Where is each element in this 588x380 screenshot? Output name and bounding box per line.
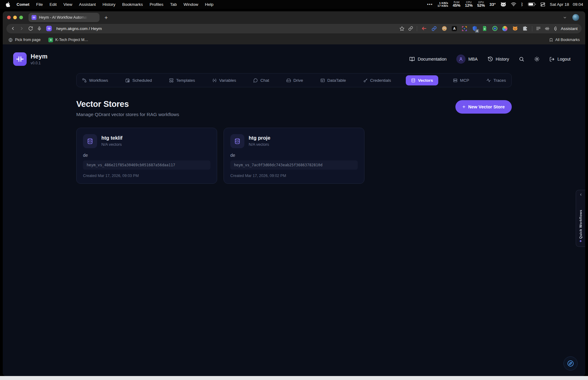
- store-vector-count: N/A vectors: [101, 142, 123, 147]
- browser-tab[interactable]: Heym - AI Workflow Automat: [28, 13, 100, 22]
- back-icon[interactable]: [10, 26, 15, 31]
- store-created: Created Mar 17, 2026, 09:02 PM: [230, 174, 358, 178]
- shield-badge: 4: [475, 29, 479, 33]
- bluetooth-icon[interactable]: ᛒ: [521, 2, 523, 7]
- more-status-icon[interactable]: •••: [427, 2, 433, 6]
- app-header: Heym v0.0.1 Documentation MBA Histo: [3, 44, 585, 66]
- ext-green-doc-icon[interactable]: [481, 25, 488, 32]
- chevron-left-icon[interactable]: [579, 193, 582, 196]
- ram-meter[interactable]: RAM 45%: [453, 1, 460, 8]
- quick-workflows-panel[interactable]: Quick Workflows ✦: [576, 190, 585, 247]
- browser-window: Heym - AI Workflow Automat +: [3, 11, 585, 376]
- tab-search-chevron-icon[interactable]: [563, 16, 567, 20]
- store-id[interactable]: heym_vs_7ac0f3d60dc743eab25f36863782810d: [230, 160, 358, 170]
- menu-assistant[interactable]: Assistant: [76, 2, 99, 7]
- menu-help[interactable]: Help: [202, 2, 217, 7]
- sparkles-icon: ✦: [579, 239, 582, 243]
- ext-orange-cat-icon[interactable]: [512, 25, 518, 32]
- control-center-icon[interactable]: [541, 2, 545, 7]
- browser-toolbar: heym.akgns.com / Heym: [3, 24, 585, 35]
- ext-dark-reader-icon[interactable]: A: [451, 25, 458, 32]
- menu-bookmarks[interactable]: Bookmarks: [119, 2, 146, 7]
- ext-shield-icon[interactable]: 4: [471, 25, 478, 32]
- ext-green-ring-icon[interactable]: [492, 25, 498, 32]
- tab-credentials[interactable]: Credentials: [361, 75, 394, 85]
- tab-drive[interactable]: Drive: [284, 75, 306, 85]
- menu-file[interactable]: File: [33, 2, 46, 7]
- menubar-clock[interactable]: Sat Apr 18 09:04: [550, 2, 583, 7]
- tab-traces[interactable]: Traces: [484, 75, 508, 85]
- ext-puzzle-icon[interactable]: [522, 25, 528, 32]
- store-description: de: [83, 153, 210, 158]
- tab-workflows[interactable]: Workflows: [80, 75, 111, 85]
- theme-toggle-icon[interactable]: [534, 56, 540, 62]
- menu-history[interactable]: History: [99, 2, 119, 7]
- menu-edit[interactable]: Edit: [46, 2, 60, 7]
- url-text[interactable]: heym.akgns.com / Heym: [56, 26, 102, 31]
- logout-button[interactable]: Logout: [549, 57, 571, 62]
- tab-variables[interactable]: Variables: [210, 75, 239, 85]
- bookmark-ktech[interactable]: + K-Tech Project M…: [48, 38, 88, 42]
- tab-mcp[interactable]: MCP: [450, 75, 472, 85]
- reload-icon[interactable]: [28, 26, 33, 31]
- profile-avatar[interactable]: [572, 14, 579, 21]
- new-vector-store-button[interactable]: + New Vector Store: [455, 100, 512, 114]
- macos-menubar: Comet File Edit View Assistant History B…: [0, 0, 588, 9]
- vector-store-card[interactable]: htg proje N/A vectors de heym_vs_7ac0f3d…: [224, 128, 364, 184]
- tab-scheduled[interactable]: Scheduled: [123, 75, 154, 85]
- history-link[interactable]: History: [488, 56, 509, 62]
- menu-window[interactable]: Window: [180, 2, 202, 7]
- apple-menu-icon[interactable]: [5, 2, 13, 7]
- sheet-icon: +: [48, 38, 53, 42]
- close-window-button[interactable]: [7, 16, 11, 19]
- new-tab-button[interactable]: +: [104, 15, 108, 21]
- zoom-window-button[interactable]: [19, 16, 23, 19]
- user-menu[interactable]: MBA: [456, 55, 477, 64]
- ext-monkey-icon[interactable]: [441, 25, 447, 32]
- vector-store-card[interactable]: htg teklif N/A vectors de heym_vs_486e21…: [76, 128, 217, 184]
- menu-tab[interactable]: Tab: [167, 2, 180, 7]
- menu-profiles[interactable]: Profiles: [146, 2, 167, 7]
- network-speed[interactable]: 1 KB/s 17 KB/s: [437, 2, 448, 8]
- forward-icon[interactable]: [19, 26, 24, 31]
- ext-screenshot-icon[interactable]: [461, 25, 468, 32]
- bookmark-pick-from-page[interactable]: Pick from page: [8, 38, 40, 42]
- brand: Heym v0.0.1: [13, 52, 47, 66]
- minimize-window-button[interactable]: [13, 16, 17, 19]
- cat-app-icon[interactable]: [500, 2, 506, 7]
- search-icon[interactable]: [519, 56, 524, 62]
- menu-view[interactable]: View: [60, 2, 76, 7]
- ext-color-palette-icon[interactable]: [502, 25, 508, 32]
- battery-icon[interactable]: [528, 2, 536, 6]
- all-bookmarks-button[interactable]: All Bookmarks: [549, 38, 580, 42]
- desktop-background: [0, 376, 588, 380]
- bookmark-star-icon[interactable]: [399, 26, 405, 31]
- store-id[interactable]: heym_vs_486e21f85a30469cb051687a56daa117: [83, 160, 210, 170]
- tab-chat[interactable]: Chat: [251, 75, 272, 85]
- assistant-button[interactable]: Assistant: [553, 26, 578, 31]
- copy-link-icon[interactable]: [408, 26, 413, 31]
- menu-app-name[interactable]: Comet: [13, 2, 33, 7]
- compass-button[interactable]: [564, 356, 578, 371]
- store-name: htg proje: [249, 135, 270, 141]
- bookmarks-bar: Pick from page + K-Tech Project M… All B…: [3, 35, 585, 44]
- ext-red-back-arrow-icon[interactable]: [421, 25, 427, 32]
- user-avatar-icon: [456, 55, 466, 64]
- tab-vectors[interactable]: Vectors: [406, 75, 438, 85]
- store-name: htg teklif: [101, 135, 123, 141]
- voice-waveform-icon[interactable]: [545, 26, 550, 31]
- tab-datatable[interactable]: DataTable: [318, 75, 349, 85]
- app-tabnav: Workflows Scheduled Templates Variables …: [76, 73, 512, 87]
- documentation-link[interactable]: Documentation: [409, 56, 447, 62]
- cpu-meter[interactable]: CPU 12%: [465, 1, 473, 8]
- reader-mode-icon[interactable]: [536, 26, 541, 31]
- gpu-meter[interactable]: GPU 52%: [477, 1, 485, 8]
- omnibox[interactable]: heym.akgns.com / Heym: [6, 24, 582, 33]
- wifi-icon[interactable]: [511, 2, 516, 6]
- quick-workflows-label: Quick Workflows: [579, 199, 582, 239]
- ext-blue-link-icon[interactable]: [431, 25, 437, 32]
- temperature[interactable]: 33°: [489, 2, 496, 7]
- store-vector-count: N/A vectors: [249, 142, 270, 147]
- voice-search-icon[interactable]: [37, 26, 42, 31]
- tab-templates[interactable]: Templates: [167, 75, 198, 85]
